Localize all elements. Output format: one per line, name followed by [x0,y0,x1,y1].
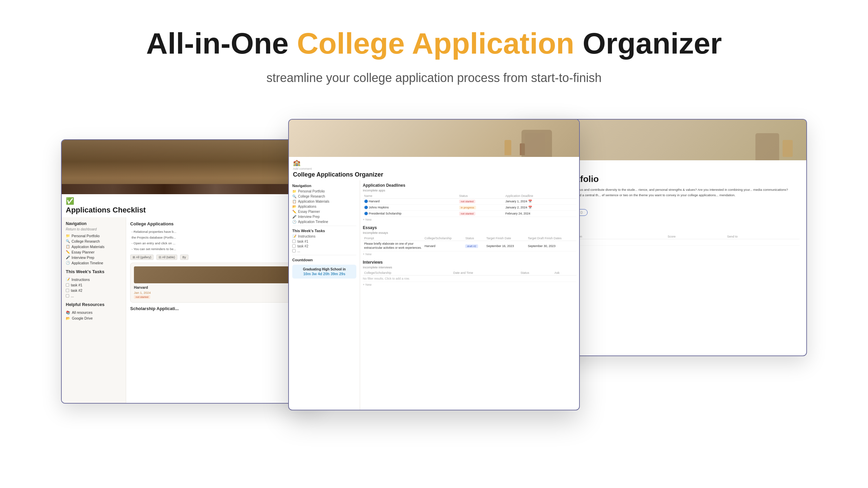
c-checkbox-2[interactable] [292,244,296,248]
center-nav-materials[interactable]: 📋 Application Materials [292,200,356,203]
deadlines-section: Application Deadlines Incomplete apps Na… [363,183,576,221]
checkbox-more[interactable] [66,294,69,298]
task-1[interactable]: task #1 [66,282,122,288]
center-task2[interactable]: task #2 [292,244,356,248]
nav-item-research[interactable]: 🔍 College Research [66,239,122,244]
bullets-block: - Relational properties have b... the Pr… [130,229,314,252]
deadlines-subtitle: Incomplete apps [363,189,576,192]
scholarship-title: Scholarship Applicati... [130,306,314,311]
gallery-btn[interactable]: ⊞ All (gallery) [130,255,154,260]
c-checkbox-more[interactable] [292,249,296,252]
portfolio-icon: 📁 [66,234,70,238]
drive-icon: 📂 [66,316,70,321]
center-page-title: College Applications Organizer [293,171,575,178]
task-2[interactable]: task #2 [66,288,122,293]
screenshot-center: 🏫 Add comment College Applications Organ… [288,119,580,410]
center-content: Navigation 📁 Personal Portfolio 🔍 Colleg… [289,180,579,410]
deadline-row-johns-hopkins: 🔵 Johns Hopkins in progress January 2, 2… [363,204,576,210]
countdown-time: 10m 3w 4d 20h 39m 29s [295,272,354,276]
nav-item-timeline[interactable]: 🕐 Application Timeline [66,260,122,266]
center-task-more: ... [292,249,356,253]
left-sidebar: Navigation Return to dashboard 📁 Persona… [62,217,126,404]
table-btn[interactable]: ⊟ All (table) [156,255,177,260]
resources-title: Helpful Resources [66,302,122,307]
nav-item-interview[interactable]: 🎤 Interview Prep [66,255,122,260]
center-nav-applications[interactable]: 📂 Applications [292,205,356,208]
center-nav-portfolio[interactable]: 📁 Personal Portfolio [292,189,356,193]
c-essay-icon: ✏️ [292,210,296,214]
countdown-title: Countdown [292,258,356,262]
return-link[interactable]: Return to dashboard [66,227,122,231]
countdown-box: Graduating High School in 10m 3w 4d 20h … [292,265,356,279]
task-more: ... [66,293,122,299]
subtitle: streamline your college application proc… [146,71,722,85]
interviews-section: Interviews Incomplete interviews College… [363,260,576,286]
deadlines-table: Name Status Application Deadline 🔵 Harva… [363,194,576,217]
interviews-table: College/Scholarship Date and Time Status… [363,270,576,282]
nav-item-materials[interactable]: 📋 Application Materials [66,244,122,249]
essays-table: Prompt College/Scholarship Status Target… [363,236,576,251]
countdown-subtitle: Graduating High School in [295,267,354,271]
c-materials-icon: 📋 [292,200,296,203]
center-nav-essay[interactable]: ✏️ Essay Planner [292,210,356,214]
checkbox-2[interactable] [66,289,69,292]
deadlines-title: Application Deadlines [363,183,576,188]
screenshot-left: ✅ Applications Checklist Navigation Retu… [61,139,319,404]
center-nav: Navigation 📁 Personal Portfolio 🔍 Colleg… [289,180,360,410]
task-instructions[interactable]: 📝 Instructions [66,277,122,282]
interviews-empty: No filter results. Click to add a row. [363,275,576,282]
essay-icon: ✏️ [66,250,70,254]
center-task-instructions[interactable]: 📝 Instructions [292,235,356,238]
tasks-title: This Week's Tasks [66,269,122,274]
deadline-row-harvard: 🔵 Harvard not started January 1, 2024 📅 [363,198,576,204]
title-highlight: College Application [297,26,574,60]
nav-label: Navigation [66,221,122,226]
left-banner [62,140,318,194]
center-page-icon: 🏫 [293,159,575,166]
screenshots-container: ✅ Applications Checklist Navigation Retu… [61,119,807,424]
all-resources[interactable]: 📚 All resources [66,310,122,316]
center-nav-timeline[interactable]: 🕐 Application Timeline [292,220,356,224]
essays-more[interactable]: + New [363,252,576,256]
c-research-icon: 🔍 [292,195,296,198]
deadline-row-presidential: 🔵 Presidential Scholarship not started F… [363,210,576,217]
nav-item-portfolio[interactable]: 📁 Personal Portfolio [66,233,122,239]
by-btn[interactable]: By [180,255,189,260]
google-drive[interactable]: 📂 Google Drive [66,316,122,321]
c-timeline-icon: 🕐 [292,220,296,224]
checkbox-1[interactable] [66,283,69,287]
left-content: Navigation Return to dashboard 📁 Persona… [62,217,318,404]
center-header: 🏫 Add comment College Applications Organ… [289,157,579,178]
center-nav-research[interactable]: 🔍 College Research [292,195,356,198]
harvard-title: Harvard [134,285,310,289]
center-main: Application Deadlines Incomplete apps Na… [360,180,579,410]
add-comment[interactable]: Add comment [293,167,575,170]
materials-icon: 📋 [66,245,70,248]
c-checkbox-1[interactable] [292,240,296,243]
gallery-controls: ⊞ All (gallery) ⊟ All (table) By [130,255,314,260]
interviews-title: Interviews [363,260,576,265]
center-tasks-title: This Week's Tasks [292,229,356,233]
title-suffix: Organizer [574,26,722,60]
status-presidential: not started [459,212,475,216]
harvard-card: Harvard Jan 1, 2024 not started [130,263,314,303]
interviews-new[interactable]: + New [363,283,576,286]
center-task1[interactable]: task #1 [292,240,356,243]
timeline-icon: 🕐 [66,261,70,265]
essay-row-1: Please briefly elaborate on one of your … [363,241,576,251]
header: All-in-One College Application Organizer… [146,27,722,85]
interview-icon: 🎤 [66,256,70,259]
center-nav-interview[interactable]: 🎤 Interview Prep [292,215,356,219]
main-title: All-in-One College Application Organizer [146,27,722,60]
deadlines-more[interactable]: + New [363,218,576,221]
c-interview-icon: 🎤 [292,215,296,219]
essays-title: Essays [363,225,576,230]
essays-section: Essays Incomplete essays Prompt College/… [363,225,576,256]
col-apps-title: College Applications [130,221,314,226]
nav-item-essay[interactable]: ✏️ Essay Planner [66,249,122,255]
left-page-title: Applications Checklist [62,206,318,217]
harvard-status: not started [134,295,150,299]
c-inst-icon: 📝 [292,235,296,238]
title-prefix: All-in-One [146,26,297,60]
harvard-date: Jan 1, 2024 [134,291,310,294]
